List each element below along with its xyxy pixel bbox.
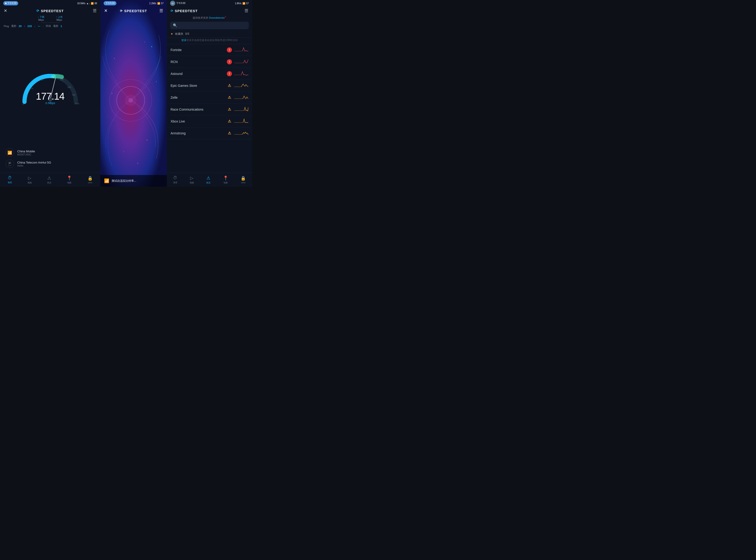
service-item-armstrong[interactable]: Armstrong ⚠ bbox=[167, 127, 252, 139]
speedometer-area: 0 5 10 50 100 250 500 750 1000 177.14 ⊙ … bbox=[0, 26, 100, 146]
status-badge-astound: ! bbox=[227, 71, 232, 76]
service-name-zelle: Zelle bbox=[171, 96, 224, 99]
status-icon-3: ⚠ bbox=[206, 176, 210, 181]
search-bar[interactable]: 🔍 bbox=[170, 22, 249, 29]
status-badge-zelle: ⚠ bbox=[227, 95, 232, 100]
app-header-3: ⟳ SPEEDTEST ☰ bbox=[167, 6, 252, 15]
service-name-armstrong: Armstrong bbox=[171, 132, 224, 135]
speedtest-icon-1: ⟳ bbox=[36, 9, 39, 13]
status-badge-race: ⚠ bbox=[227, 107, 232, 112]
time-1: 下午4:58 bbox=[7, 2, 16, 5]
location-pill: 下午4:58 bbox=[3, 1, 18, 5]
svg-point-20 bbox=[146, 140, 147, 140]
service-item-astound[interactable]: Astound ! bbox=[167, 68, 252, 80]
nav-status-1[interactable]: ⚠ 状态 bbox=[47, 176, 51, 184]
service-name-race: Race Communications bbox=[171, 107, 224, 111]
menu-button-2[interactable]: ☰ bbox=[159, 8, 163, 13]
menu-button-1[interactable]: ☰ bbox=[93, 8, 97, 13]
speed-nav-icon: ⏱ bbox=[8, 176, 12, 180]
nav-video-3[interactable]: ▷ 视频 bbox=[190, 176, 194, 184]
speed-indicator-1: 18.5M/s bbox=[77, 2, 85, 5]
service-item-rcn[interactable]: RCN ! bbox=[167, 56, 252, 68]
speed-number: 177.14 bbox=[36, 91, 64, 102]
speed-labels: ↓ 下载 Mbps ↑ 上传 Mbps bbox=[0, 15, 100, 22]
network-sub-1: M2007J3SC bbox=[17, 153, 35, 156]
service-item-epic[interactable]: Epic Games Store ⚠ bbox=[167, 80, 252, 92]
status-badge-epic: ⚠ bbox=[227, 83, 232, 88]
svg-text:5: 5 bbox=[26, 94, 28, 96]
service-name-xbox: Xbox Live bbox=[171, 119, 224, 123]
app-title-1: ⟳ SPEEDTEST bbox=[36, 9, 64, 13]
wifi-status-icon: 📶 bbox=[104, 178, 109, 183]
favorites-row: ★ 收藏夹 0/3 bbox=[167, 31, 252, 37]
video-status-bar: 📶 测试自适应比特率... bbox=[100, 175, 167, 187]
network-name-2: China Telecom AnHui 5G bbox=[17, 161, 51, 164]
menu-button-3[interactable]: ☰ bbox=[244, 8, 248, 13]
vortex-background bbox=[100, 0, 167, 187]
service-item-fortnite[interactable]: Fortnite ! bbox=[167, 44, 252, 56]
upload-label: ↑ 上传 Mbps bbox=[56, 15, 62, 21]
svg-point-19 bbox=[112, 93, 113, 94]
app-header-1: ✕ ⟳ SPEEDTEST ☰ bbox=[0, 6, 100, 15]
battery-1: 88 bbox=[95, 2, 97, 5]
svg-text:100: 100 bbox=[50, 75, 54, 78]
map-icon-3: 📍 bbox=[223, 176, 228, 181]
svg-rect-11 bbox=[100, 0, 167, 187]
bottom-nav-3: ⏱ 速度 ▷ 视频 ⚠ 状态 📍 地图 🔒 VPN bbox=[167, 173, 252, 187]
svg-text:10: 10 bbox=[31, 87, 33, 89]
search-icon: 🔍 bbox=[173, 23, 177, 27]
sparkline-xbox bbox=[234, 118, 248, 125]
network-info: 📶 China Mobile M2007J3SC 📱 China Telecom… bbox=[0, 146, 100, 173]
speedometer: 0 5 10 50 100 250 500 750 1000 177.14 ⊙ … bbox=[18, 65, 83, 107]
status-badge-rcn: ! bbox=[227, 59, 232, 64]
video-icon-3: ▷ bbox=[190, 176, 194, 181]
nav-speed-1[interactable]: ⏱ 速度 bbox=[8, 176, 12, 184]
downdetector-link[interactable]: Downdetector● bbox=[209, 16, 226, 19]
app-header-2: ✕ ⟳ SPEEDTEST ☰ bbox=[100, 6, 167, 15]
close-button-1[interactable]: ✕ bbox=[4, 8, 7, 13]
status-badge-fortnite: ! bbox=[227, 47, 232, 53]
nav-vpn-3[interactable]: 🔒 VPN bbox=[241, 176, 246, 184]
status-bar-1: 下午4:58 18.5M/s ▲↓ 📶 88 bbox=[0, 0, 100, 6]
app-title-2: ⟳ SPEEDTEST bbox=[120, 9, 147, 13]
powered-by-row: 提供技术支持 Downdetector● bbox=[167, 15, 252, 20]
service-name-rcn: RCN bbox=[171, 60, 224, 64]
status-badge-armstrong: ⚠ bbox=[227, 131, 232, 136]
svg-text:750: 750 bbox=[72, 94, 75, 96]
status-bar-2: 下午5:00 2.2M/s 📶 57 bbox=[100, 0, 167, 6]
nav-speed-3[interactable]: ⏱ 速度 bbox=[173, 176, 177, 184]
avatar: rjs bbox=[170, 1, 175, 6]
speed-display: 177.14 ⊙ Mbps bbox=[36, 91, 64, 105]
sparkline-fortnite bbox=[234, 46, 248, 54]
status-text: 测试自适应比特率... bbox=[112, 179, 136, 183]
app-title-3: ⟳ SPEEDTEST bbox=[171, 9, 198, 13]
download-label: ↓ 下载 Mbps bbox=[38, 15, 44, 21]
service-name-epic: Epic Games Store bbox=[171, 84, 224, 87]
nav-video-1[interactable]: ▷ 视频 bbox=[27, 176, 32, 184]
signal-icon-1: ▲↓ bbox=[86, 2, 90, 5]
svg-text:50: 50 bbox=[41, 78, 43, 81]
nav-vpn-1[interactable]: 🔒 VPN bbox=[87, 176, 93, 184]
nav-map-1[interactable]: 📍 地图 bbox=[67, 176, 72, 184]
login-link[interactable]: 登录 bbox=[181, 39, 186, 42]
service-item-race[interactable]: Race Communications ⚠ bbox=[167, 104, 252, 116]
sparkline-astound bbox=[234, 70, 248, 77]
nav-status-3[interactable]: ⚠ 状态 bbox=[206, 176, 211, 184]
sim-icon: 📱 bbox=[6, 160, 14, 168]
status-icons-1: 18.5M/s ▲↓ 📶 88 bbox=[77, 2, 97, 5]
close-button-2[interactable]: ✕ bbox=[104, 8, 107, 13]
service-item-xbox[interactable]: Xbox Live ⚠ bbox=[167, 116, 252, 127]
speed-unit: ⊙ Mbps bbox=[36, 101, 64, 105]
wifi-icon-1: 📶 bbox=[91, 2, 94, 5]
network-item-telecom: 📱 China Telecom AnHui 5G Hefei bbox=[6, 160, 95, 168]
service-item-zelle[interactable]: Zelle ⚠ bbox=[167, 92, 252, 104]
service-list: Fortnite ! RCN ! Astound ! bbox=[167, 44, 252, 173]
search-input[interactable] bbox=[179, 24, 246, 27]
svg-point-15 bbox=[151, 46, 152, 47]
vpn-nav-icon: 🔒 bbox=[87, 176, 93, 181]
network-item-mobile: 📶 China Mobile M2007J3SC bbox=[6, 148, 95, 157]
status-bar-3: rjs 下午5:00 1.8K/s 📶 57 bbox=[167, 0, 252, 6]
star-icon: ★ bbox=[171, 32, 173, 36]
status-badge-xbox: ⚠ bbox=[227, 119, 232, 124]
nav-map-3[interactable]: 📍 地图 bbox=[223, 176, 228, 184]
